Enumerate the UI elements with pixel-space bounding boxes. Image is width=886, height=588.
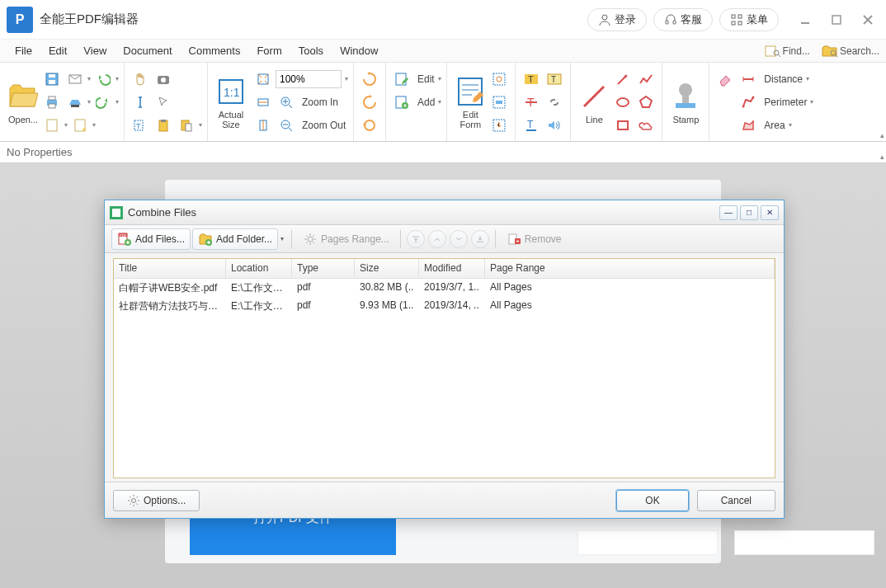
edit-form-button[interactable]: Edit Form [452,64,488,139]
paste-tool[interactable] [176,115,197,136]
fit-height-button[interactable] [252,115,274,136]
svg-line-42 [289,128,292,131]
blank-button[interactable] [41,115,63,136]
mail-button[interactable] [64,68,86,90]
svg-rect-21 [49,96,55,100]
form-highlight-button[interactable] [488,92,510,113]
select-arrow-tool[interactable] [153,92,174,113]
textbox-button[interactable]: T [544,68,565,90]
menu-file[interactable]: File [7,41,40,60]
svg-rect-23 [71,105,79,107]
redo-button[interactable] [92,92,114,113]
close-button[interactable] [856,8,879,31]
move-down-button [450,230,468,248]
rotate-cw-button[interactable] [359,68,380,90]
add-files-button[interactable]: PDF Add Files... [111,228,191,250]
distance-button[interactable] [738,68,759,90]
print-button[interactable] [41,92,63,113]
rotate-ccw-button[interactable] [359,92,380,113]
maximize-button[interactable] [825,8,848,31]
scan-button[interactable] [64,92,86,113]
ribbon-collapse-icon[interactable]: ▴ [880,131,884,139]
add-folder-button[interactable]: Add Folder... [192,228,278,250]
start-card-1[interactable] [577,530,718,555]
col-modified[interactable]: Modified [419,259,485,278]
hand-tool[interactable] [130,68,151,90]
oval-icon [615,95,630,110]
line-button[interactable]: Line [576,64,612,139]
save-button[interactable] [41,68,63,90]
oval-button[interactable] [612,92,634,113]
clipboard-tool[interactable] [153,115,174,136]
edit-text-tool[interactable]: T [130,115,151,136]
dialog-close-button[interactable]: ✕ [761,205,779,220]
cloud-icon [639,118,653,133]
svg-point-72 [752,96,755,98]
add-content-button[interactable] [391,92,412,113]
svg-rect-33 [186,124,191,131]
polygon-button[interactable] [635,92,657,113]
snapshot-tool[interactable] [153,68,174,90]
add-folder-dropdown[interactable]: ▾ [278,235,286,242]
menu-comments[interactable]: Comments [181,41,249,60]
zoom-out-button[interactable] [276,115,297,136]
undo-button[interactable] [92,68,114,90]
arrow-button[interactable] [612,68,634,90]
col-title[interactable]: Title [114,259,226,278]
search-button[interactable]: Search... [818,43,883,59]
zoom-in-button[interactable] [276,92,297,113]
list-row[interactable]: 白帽子讲WEB安全.pdf E:\工作文件\.. pdf 30.82 MB (.… [114,279,775,297]
polyline-button[interactable] [635,68,657,90]
underline-button[interactable]: T [521,115,542,136]
open-button[interactable]: Open... [5,64,41,139]
menu-button[interactable]: 菜单 [719,8,779,31]
svg-rect-69 [676,103,695,108]
eraser-button[interactable] [714,68,736,90]
rect-button[interactable] [612,115,634,136]
form-reset-button[interactable] [488,68,510,90]
col-page-range[interactable]: Page Range [485,259,775,278]
sound-button[interactable] [544,115,565,136]
actual-size-button[interactable]: 1:1 Actual Size [213,64,249,139]
dialog-minimize-button[interactable]: — [719,205,738,220]
cloud-button[interactable] [635,115,657,136]
form-export-button[interactable] [488,115,510,136]
svg-point-78 [308,237,313,242]
perimeter-button[interactable] [738,92,759,113]
ok-button[interactable]: OK [616,490,688,511]
menu-window[interactable]: Window [332,41,386,60]
fit-page-button[interactable] [252,68,274,90]
highlight-icon: T [523,71,540,87]
menu-edit[interactable]: Edit [40,41,75,60]
dialog-maximize-button[interactable]: □ [740,205,758,220]
zoom-input[interactable] [276,70,342,88]
svg-rect-46 [459,78,482,105]
select-text-tool[interactable] [130,92,151,113]
rotate-cw-icon [361,71,378,87]
strikeout-button[interactable]: T [521,92,542,113]
menu-form[interactable]: Form [248,41,290,60]
list-row[interactable]: 社群营销方法技巧与实.. E:\工作文件\.. pdf 9.93 MB (1..… [114,297,775,315]
start-card-2[interactable] [734,530,874,555]
col-size[interactable]: Size [355,259,419,278]
options-button[interactable]: Options... [113,490,200,511]
area-button[interactable] [738,115,759,136]
link-button[interactable] [544,92,565,113]
stamp-button[interactable]: Stamp [667,64,704,139]
minimize-button[interactable] [794,8,817,31]
menu-view[interactable]: View [75,41,115,60]
new-button[interactable] [69,115,91,136]
support-button[interactable]: 客服 [653,8,713,31]
find-button[interactable]: Find... [761,43,813,59]
fit-width-button[interactable] [252,92,274,113]
highlight-text-button[interactable]: T [521,68,542,90]
col-location[interactable]: Location [226,259,292,278]
menu-tools[interactable]: Tools [290,41,332,60]
cancel-button[interactable]: Cancel [697,490,775,511]
col-type[interactable]: Type [292,259,355,278]
rotate-page-button[interactable] [359,115,380,136]
login-button[interactable]: 登录 [587,8,647,31]
edit-content-button[interactable] [391,68,412,90]
menu-document[interactable]: Document [115,41,180,60]
propbar-collapse-icon[interactable]: ▴ [880,153,884,161]
